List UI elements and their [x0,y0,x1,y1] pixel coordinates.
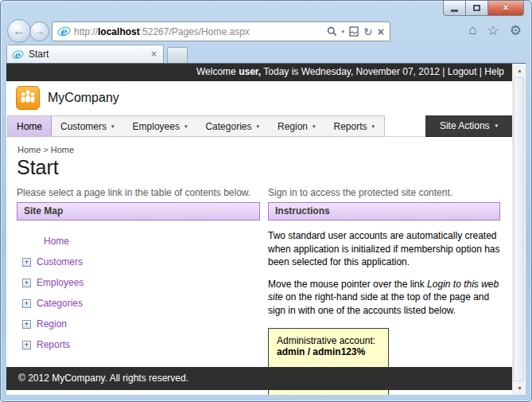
chevron-down-icon: ▾ [111,123,115,130]
expand-icon[interactable]: + [22,341,31,349]
ie-icon: e [57,25,71,38]
expand-icon[interactable]: + [22,279,31,287]
tab-bar: e Start × [1,45,531,63]
address-bar[interactable]: e http://localhost:52267/Pages/Home.aspx… [52,21,390,41]
instructions-panel-header: Instructions [268,202,500,221]
company-logo-icon [16,86,40,110]
web-page: Welcome user, Today is Wednesday, Novemb… [6,64,512,395]
instructions-paragraph-1: Two standard user accounts are automatic… [268,229,500,269]
compatibility-view-icon[interactable] [349,26,359,37]
expand-icon[interactable]: + [22,320,31,329]
svg-text:e: e [14,49,21,60]
separator: | [480,66,482,77]
back-icon: ← [13,24,25,38]
browser-window: × ← → e http://localhost:52267/Pages/Hom… [0,0,532,402]
chevron-down-icon: ▾ [372,123,375,130]
date-text: Today is Wednesday, November 07, 2012 [263,66,440,77]
chevron-down-icon: ▾ [184,123,188,130]
site-actions-button[interactable]: Site Actions ▾ [425,115,512,137]
instructions-paragraph-2: Move the mouse pointer over the link Log… [268,278,500,318]
welcome-bar: Welcome user, Today is Wednesday, Novemb… [6,64,512,81]
forward-icon: → [34,25,45,37]
page-content: Home>Home Start Please select a page lin… [6,137,512,395]
favorites-icon[interactable]: ☆ [487,22,499,39]
search-dropdown-icon[interactable]: ▾ [342,29,345,35]
welcome-text: Welcome [196,66,236,77]
separator: | [442,66,445,77]
minimize-icon [451,10,458,12]
copyright-text: © 2012 MyCompany. All rights reserved. [18,373,188,384]
scroll-down-icon[interactable]: ▼ [513,381,526,395]
ie-icon: e [12,49,24,60]
chevron-down-icon: ▾ [313,123,316,130]
breadcrumb-home-link[interactable]: Home [17,145,41,154]
tree-item-reports[interactable]: + Reports [17,334,260,355]
breadcrumb: Home>Home [17,145,504,154]
browser-action-icons: ⌂ ☆ ⚙ [468,22,522,39]
username: user, [239,66,261,77]
main-menu: Home Customers▾ Employees▾ Categories▾ R… [7,115,385,137]
logout-link[interactable]: Logout [448,66,477,77]
tools-icon[interactable]: ⚙ [510,22,522,39]
vertical-scrollbar[interactable]: ▲ ▼ [512,64,526,395]
browser-toolbar: ← → e http://localhost:52267/Pages/Home.… [1,19,531,45]
tab-start[interactable]: e Start × [6,45,164,63]
home-icon[interactable]: ⌂ [468,22,476,39]
expand-icon[interactable]: + [22,258,31,267]
menu-item-home[interactable]: Home [8,116,52,136]
close-icon: × [503,2,508,14]
window-controls: × [443,1,524,16]
minimize-button[interactable] [443,1,466,16]
address-bar-icons: ▾ ↻ × [324,25,386,38]
stop-icon[interactable]: × [378,25,384,38]
tab-close-icon[interactable]: × [150,49,158,60]
sitemap-panel-header: Site Map [17,202,260,221]
sitemap-column: Please select a page link in the table o… [17,187,260,395]
tree-item-region[interactable]: + Region [17,314,260,334]
menu-item-categories[interactable]: Categories▾ [196,116,269,136]
browser-viewport: Welcome user, Today is Wednesday, Novemb… [6,63,526,395]
scrollbar-thumb[interactable] [514,77,524,381]
breadcrumb-current-link[interactable]: Home [51,145,74,154]
site-header: MyCompany [6,81,512,115]
close-button[interactable]: × [488,1,524,16]
maximize-button[interactable] [466,1,488,16]
sitemap-intro-text: Please select a page link in the table o… [17,187,260,201]
expand-icon[interactable]: + [22,299,31,308]
company-name: MyCompany [48,91,119,105]
tree-item-home[interactable]: Home [17,231,260,252]
tree-item-employees[interactable]: + Employees [17,272,260,293]
admin-account-credentials: admin / admin123% [277,346,380,357]
admin-account-label: Administrative account: [277,335,380,346]
page-footer: © 2012 MyCompany. All rights reserved. [6,367,512,390]
scroll-up-icon[interactable]: ▲ [513,64,526,77]
nav-row: Home Customers▾ Employees▾ Categories▾ R… [6,115,512,137]
sitemap-tree: Home + Customers + Employees + [17,231,260,355]
menu-item-reports[interactable]: Reports▾ [325,116,385,136]
tab-title: Start [29,49,150,60]
forward-button[interactable]: → [29,21,49,41]
search-icon[interactable] [327,26,337,37]
instructions-column: Sign in to access the protected site con… [268,187,504,395]
new-tab-button[interactable] [167,47,188,63]
breadcrumb-separator: > [43,145,48,154]
maximize-icon [473,5,480,11]
url-text[interactable]: http://localhost:52267/Pages/Home.aspx [74,26,324,37]
refresh-icon[interactable]: ↻ [363,25,373,38]
menu-item-region[interactable]: Region▾ [269,116,325,136]
back-button[interactable]: ← [7,19,31,43]
tree-item-categories[interactable]: + Categories [17,293,260,314]
menu-item-customers[interactable]: Customers▾ [52,116,124,136]
help-link[interactable]: Help [484,66,504,77]
tree-item-customers[interactable]: + Customers [17,252,260,272]
svg-text:e: e [60,25,67,37]
menu-item-employees[interactable]: Employees▾ [124,116,197,136]
chevron-down-icon: ▾ [256,123,259,130]
page-title: Start [17,156,504,179]
signin-intro-text: Sign in to access the protected site con… [268,187,500,201]
chevron-down-icon: ▾ [495,123,499,129]
